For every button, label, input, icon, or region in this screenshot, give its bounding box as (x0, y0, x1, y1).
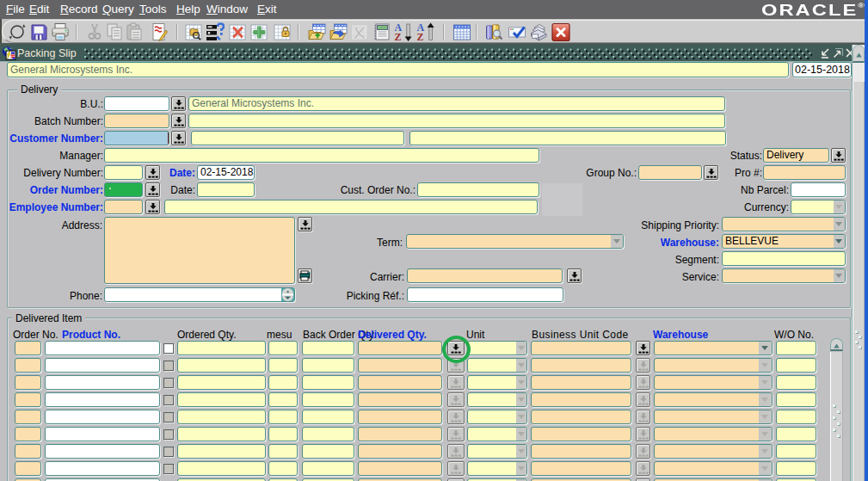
svg-text:Z: Z (417, 31, 424, 42)
svg-text:Z: Z (395, 31, 402, 42)
